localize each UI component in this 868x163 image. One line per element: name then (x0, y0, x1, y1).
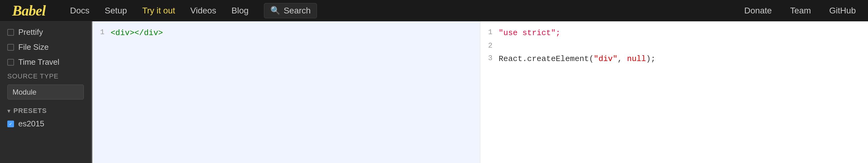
output-null: null (627, 54, 646, 63)
time-travel-checkbox[interactable] (7, 59, 14, 65)
prettify-option[interactable]: Prettify (7, 27, 84, 37)
search-icon: 🔍 (270, 6, 280, 15)
output-react-call: React.createElement( (499, 54, 594, 63)
navbar-nav: Docs Setup Try it out Videos Blog 🔍 Sear… (70, 3, 744, 18)
output-comma: , (618, 54, 627, 63)
input-code-1: <div></div> (111, 26, 163, 40)
search-label: Search (284, 6, 311, 16)
time-travel-option[interactable]: Time Travel (7, 57, 84, 67)
nav-github[interactable]: GitHub (829, 6, 856, 16)
output-line-2: 2 (480, 40, 868, 52)
output-close: ); (646, 54, 656, 63)
presets-title: PRESETS (13, 107, 47, 115)
search-button[interactable]: 🔍 Search (264, 3, 317, 18)
source-type-select[interactable]: Module Script (7, 85, 84, 100)
input-line-1: 1 <div></div> (92, 26, 480, 40)
nav-donate[interactable]: Donate (744, 6, 772, 16)
nav-try-it-out[interactable]: Try it out (142, 6, 175, 16)
file-size-label: File Size (18, 43, 49, 52)
es2015-label: es2015 (18, 119, 44, 129)
output-line-1: 1 "use strict"; (480, 26, 868, 40)
chevron-down-icon: ▾ (7, 107, 10, 114)
nav-team[interactable]: Team (790, 6, 811, 16)
nav-setup[interactable]: Setup (104, 6, 127, 16)
file-size-option[interactable]: File Size (7, 43, 84, 52)
output-line-number-3: 3 (480, 52, 499, 65)
prettify-checkbox[interactable] (7, 29, 14, 36)
es2015-preset-option[interactable]: es2015 (7, 119, 84, 129)
sidebar: Prettify File Size Time Travel Source Ty… (0, 21, 91, 163)
output-div-string: "div" (594, 54, 618, 63)
nav-videos[interactable]: Videos (190, 6, 216, 16)
nav-docs[interactable]: Docs (70, 6, 90, 16)
brand-logo[interactable]: Babel (12, 2, 46, 19)
output-code-3: React.createElement("div", null); (499, 52, 656, 65)
output-editor: 1 "use strict"; 2 3 React.createElement(… (480, 21, 868, 163)
output-editor-content: 1 "use strict"; 2 3 React.createElement(… (480, 21, 868, 71)
editor-panels: 1 <div></div> 1 "use strict"; 2 3 (92, 21, 868, 163)
source-type-heading: Source Type (7, 72, 84, 80)
time-travel-label: Time Travel (18, 57, 59, 67)
presets-header[interactable]: ▾ PRESETS (7, 107, 84, 115)
output-code-1: "use strict"; (499, 26, 560, 40)
output-line-number-2: 2 (480, 40, 499, 52)
file-size-checkbox[interactable] (7, 44, 14, 51)
es2015-checkbox[interactable] (7, 120, 14, 127)
nav-blog[interactable]: Blog (231, 6, 249, 16)
output-line-number-1: 1 (480, 26, 499, 39)
navbar-right: Donate Team GitHub (744, 6, 856, 16)
prettify-label: Prettify (18, 27, 43, 37)
main-layout: Prettify File Size Time Travel Source Ty… (0, 21, 868, 163)
babel-logo-text: Babel (12, 2, 46, 19)
input-editor[interactable]: 1 <div></div> (92, 21, 480, 163)
line-number-1: 1 (92, 26, 111, 39)
navbar: Babel Docs Setup Try it out Videos Blog … (0, 0, 868, 21)
output-line-3: 3 React.createElement("div", null); (480, 52, 868, 65)
input-editor-content: 1 <div></div> (92, 21, 480, 45)
